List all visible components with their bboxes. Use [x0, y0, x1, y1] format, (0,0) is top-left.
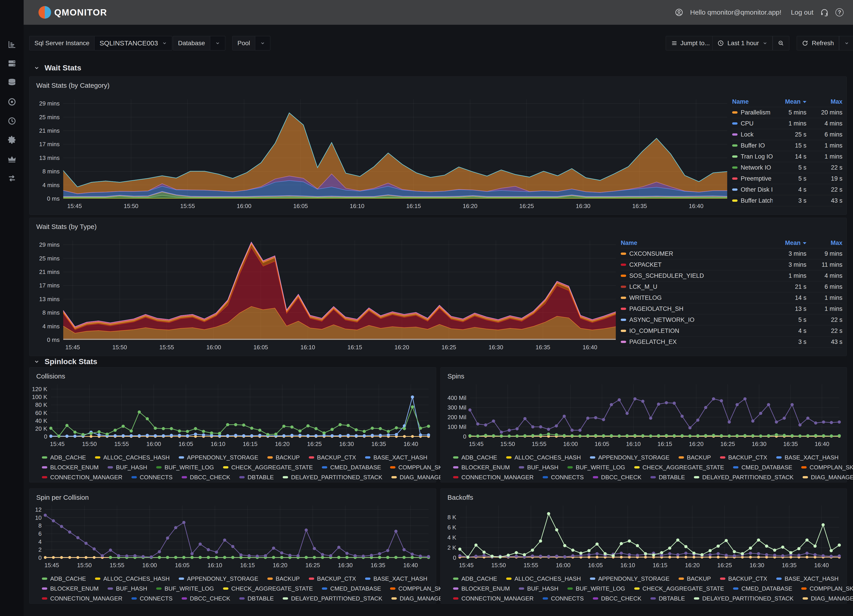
legend-item[interactable]: BACKUP [267, 454, 300, 461]
legend-item[interactable]: BACKUP [267, 575, 300, 582]
table-row[interactable]: IO_COMPLETION4 s22 s [621, 325, 842, 336]
sidebar-item-servers[interactable] [7, 59, 17, 68]
table-row[interactable]: WRITELOG14 s1 mins [621, 292, 842, 303]
table-row[interactable]: CXCONSUMER3 mins9 mins [621, 248, 842, 259]
legend-item[interactable]: BUF_HASH [519, 464, 559, 471]
legend-item[interactable]: DBTABLE [650, 474, 685, 481]
legend-item[interactable]: CHECK_AGGREGATE_STATE [223, 464, 313, 471]
pool-select[interactable] [255, 36, 270, 50]
table-row[interactable]: Preemptive5 s19 s [732, 173, 842, 184]
table-row[interactable]: Network IO5 s22 s [732, 162, 842, 173]
legend-item[interactable]: CMED_DATABASE [322, 464, 381, 471]
sidebar-item-transfer[interactable] [7, 173, 17, 183]
support-headset-icon[interactable] [820, 8, 829, 17]
instance-select[interactable]: SQLINSTANCE003 [94, 36, 172, 50]
legend-item[interactable]: DELAYED_PARTITIONED_STACK [694, 595, 794, 602]
legend-item[interactable]: BASE_XACT_HASH [776, 575, 839, 582]
legend-item[interactable]: APPENDONLY_STORAGE [590, 454, 669, 461]
legend-item[interactable]: BLOCKER_ENUM [453, 464, 510, 471]
zoom-out-button[interactable] [773, 36, 789, 50]
legend-item[interactable]: APPENDONLY_STORAGE [179, 454, 258, 461]
legend-item[interactable]: ADB_CACHE [453, 454, 497, 461]
table-row[interactable]: PAGEIOLATCH_SH13 s1 mins [621, 303, 842, 314]
legend-item[interactable]: BUF_HASH [519, 585, 559, 592]
legend-item[interactable]: COMPPLAN_SKELETON [801, 585, 853, 592]
legend-item[interactable]: CONNECTION_MANAGER [42, 595, 123, 602]
sidebar-item-databases[interactable] [7, 77, 17, 88]
legend-item[interactable]: APPENDONLY_STORAGE [179, 575, 258, 582]
sidebar-item-sessions[interactable] [7, 97, 17, 107]
sidebar-item-premium[interactable] [7, 154, 17, 164]
legend-item[interactable]: DBTABLE [650, 595, 685, 602]
table-row[interactable]: ASYNC_NETWORK_IO5 s22 s [621, 314, 842, 325]
legend-item[interactable]: ADB_CACHE [42, 575, 86, 582]
legend-item[interactable]: CONNECTION_MANAGER [453, 474, 534, 481]
legend-item[interactable]: BUF_HASH [108, 585, 147, 592]
legend-item[interactable]: CMED_DATABASE [322, 585, 381, 592]
legend-item[interactable]: DIAG_MANAGER [392, 595, 447, 602]
refresh-button[interactable]: Refresh [797, 36, 839, 50]
col-mean-header[interactable]: Mean [785, 239, 801, 246]
section-wait-stats[interactable]: Wait Stats [34, 64, 81, 72]
time-range-button[interactable]: Last 1 hour [712, 36, 773, 50]
legend-item[interactable]: DIAG_MANAGER [803, 595, 853, 602]
legend-item[interactable]: DBCC_CHECK [593, 474, 641, 481]
legend-item[interactable]: CONNECTION_MANAGER [453, 595, 534, 602]
legend-item[interactable]: CHECK_AGGREGATE_STATE [223, 585, 313, 592]
legend-item[interactable]: BASE_XACT_HASH [365, 575, 427, 582]
table-row[interactable]: Lock25 s6 mins [732, 129, 842, 140]
jump-to-button[interactable]: Jumpt to... [666, 36, 715, 50]
col-max-header[interactable]: Max [830, 239, 842, 246]
table-row[interactable]: Buffer IO15 s1 mins [732, 140, 842, 151]
legend-item[interactable]: DELAYED_PARTITIONED_STACK [283, 595, 382, 602]
legend-item[interactable]: CONNECTS [543, 474, 584, 481]
legend-item[interactable]: CONNECTS [131, 595, 173, 602]
legend-item[interactable]: DELAYED_PARTITIONED_STACK [694, 474, 794, 481]
legend-item[interactable]: CONNECTS [543, 595, 584, 602]
legend-item[interactable]: ALLOC_CACHES_HASH [506, 454, 581, 461]
legend-item[interactable]: DIAG_MANAGER [803, 474, 853, 481]
legend-item[interactable]: CHECK_AGGREGATE_STATE [634, 464, 724, 471]
col-max-header[interactable]: Max [830, 98, 842, 105]
legend-item[interactable]: BACKUP_CTX [720, 575, 767, 582]
legend-item[interactable]: ADB_CACHE [453, 575, 497, 582]
legend-item[interactable]: BACKUP_CTX [309, 454, 356, 461]
legend-item[interactable]: DBTABLE [239, 595, 274, 602]
legend-item[interactable]: BUF_WRITE_LOG [156, 585, 214, 592]
table-row[interactable]: Other Disk IO4 s22 s [732, 184, 842, 195]
table-row[interactable]: LATCH_EX3 s40 s [621, 347, 842, 350]
table-row[interactable]: Tran Log IO14 s1 mins [732, 151, 842, 162]
legend-item[interactable]: DIAG_MANAGER [392, 474, 447, 481]
legend-item[interactable]: BACKUP_CTX [720, 454, 767, 461]
wait-category-chart[interactable]: 0 ms4 mins8 mins13 mins17 mins21 mins25 … [29, 77, 729, 215]
legend-item[interactable]: BUF_HASH [108, 464, 147, 471]
wait-type-chart[interactable]: 0 ms4 mins8 mins13 mins17 mins21 mins25 … [29, 218, 617, 356]
sidebar-item-settings[interactable] [7, 135, 17, 145]
col-mean-header[interactable]: Mean [785, 98, 801, 105]
table-row[interactable]: Parallelism5 mins20 mins [732, 107, 842, 118]
legend-item[interactable]: ADB_CACHE [42, 454, 86, 461]
table-row[interactable]: LCK_M_U21 s6 mins [621, 281, 842, 292]
legend-item[interactable]: BASE_XACT_HASH [776, 454, 839, 461]
legend-item[interactable]: BACKUP_CTX [309, 575, 356, 582]
legend-item[interactable]: CMED_DATABASE [733, 585, 792, 592]
logout-link[interactable]: Log out [791, 9, 814, 16]
col-name-header[interactable]: Name [621, 239, 637, 247]
help-icon[interactable]: ? [835, 8, 844, 17]
table-row[interactable]: SOS_SCHEDULER_YIELD1 mins4 mins [621, 270, 842, 281]
legend-item[interactable]: DBTABLE [239, 474, 274, 481]
legend-item[interactable]: CONNECTS [131, 474, 173, 481]
col-name-header[interactable]: Name [732, 98, 749, 105]
legend-item[interactable]: BLOCKER_ENUM [453, 585, 510, 592]
logo[interactable]: QMONITOR [38, 6, 107, 19]
legend-item[interactable]: BUF_WRITE_LOG [568, 464, 625, 471]
section-spinlock-stats[interactable]: Spinlock Stats [34, 357, 97, 366]
legend-item[interactable]: CONNECTION_MANAGER [42, 474, 123, 481]
legend-item[interactable]: DBCC_CHECK [182, 474, 230, 481]
legend-item[interactable]: DBCC_CHECK [182, 595, 230, 602]
refresh-interval-select[interactable] [839, 36, 853, 50]
legend-item[interactable]: BACKUP [678, 454, 711, 461]
legend-item[interactable]: BUF_WRITE_LOG [568, 585, 625, 592]
table-row[interactable]: CXPACKET3 mins11 mins [621, 259, 842, 270]
legend-item[interactable]: COMPPLAN_SKELETON [801, 464, 853, 471]
